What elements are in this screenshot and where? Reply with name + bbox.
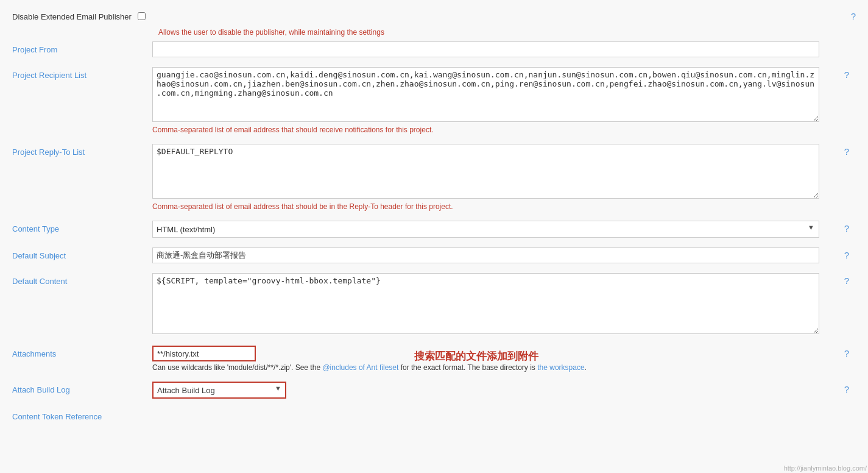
content-type-select-wrapper: HTML (text/html) Plain Text (text/plain)… (152, 221, 819, 238)
project-replyto-help-col: ? (838, 144, 856, 157)
attachments-input-col: 搜索匹配的文件添加到附件 Can use wildcards like 'mod… (152, 346, 838, 372)
project-from-input[interactable] (152, 41, 819, 57)
disable-extended-help-icon[interactable]: ? (851, 11, 856, 21)
attachments-overlay: 搜索匹配的文件添加到附件 (414, 349, 538, 363)
attach-build-log-help-col: ? (838, 382, 856, 394)
project-from-row: Project From (12, 37, 856, 62)
disable-extended-label: Disable Extended Email Publisher (12, 11, 132, 21)
attach-build-log-label: Attach Build Log (12, 382, 152, 394)
default-content-help-icon[interactable]: ? (844, 276, 849, 286)
attachments-hint-text3: . (585, 363, 587, 372)
content-type-help-icon[interactable]: ? (844, 223, 849, 233)
project-recipient-input-col: Comma-separated list of email address th… (152, 67, 838, 134)
project-recipient-help-col: ? (838, 67, 856, 80)
default-subject-input[interactable] (152, 247, 819, 263)
default-content-label: Default Content (12, 273, 152, 286)
attachments-label: Attachments (12, 346, 152, 358)
content-token-help-col (838, 408, 856, 411)
disable-extended-row: Disable Extended Email Publisher ? (12, 6, 856, 26)
attach-build-log-row: Attach Build Log Attach Build Log No Com… (12, 377, 856, 404)
project-replyto-input-col: Comma-separated list of email address th… (152, 144, 838, 211)
default-content-input-col: ${SCRIPT, template="groovy-html-bbox.tem… (152, 273, 838, 336)
content-type-label: Content Type (12, 221, 152, 233)
default-content-row: Default Content ${SCRIPT, template="groo… (12, 268, 856, 341)
project-recipient-textarea[interactable] (152, 67, 819, 122)
content-type-row: Content Type HTML (text/html) Plain Text… (12, 216, 856, 243)
attachments-row: Attachments 搜索匹配的文件添加到附件 Can use wildcar… (12, 341, 856, 377)
attachments-help-col: ? (838, 346, 856, 358)
content-token-row: Content Token Reference (12, 404, 856, 426)
attachments-hint-text2: for the exact format. The base directory… (398, 363, 537, 372)
default-content-textarea[interactable]: ${SCRIPT, template="groovy-html-bbox.tem… (152, 273, 819, 334)
project-recipient-label: Project Recipient List (12, 67, 152, 80)
default-subject-help-col: ? (838, 247, 856, 260)
content-type-select[interactable]: HTML (text/html) Plain Text (text/plain)… (152, 221, 819, 238)
default-subject-help-icon[interactable]: ? (844, 250, 849, 260)
project-from-label: Project From (12, 41, 152, 54)
attach-build-log-help-icon[interactable]: ? (844, 384, 849, 394)
project-replyto-row: Project Reply-To List Comma-separated li… (12, 139, 856, 216)
project-recipient-hint: Comma-separated list of email address th… (152, 126, 819, 134)
default-subject-row: Default Subject ? (12, 243, 856, 268)
default-subject-label: Default Subject (12, 247, 152, 260)
project-from-help-col (838, 41, 856, 44)
attachments-help-icon[interactable]: ? (844, 348, 849, 358)
disable-extended-checkbox[interactable] (138, 12, 146, 20)
content-token-label: Content Token Reference (12, 408, 152, 421)
disable-extended-hint: Allows the user to disable the publisher… (158, 28, 856, 37)
project-replyto-help-icon[interactable]: ? (844, 146, 849, 157)
project-recipient-help-icon[interactable]: ? (844, 69, 849, 80)
project-replyto-hint: Comma-separated list of email address th… (152, 202, 819, 211)
attachments-input[interactable] (152, 346, 256, 361)
project-replyto-textarea[interactable] (152, 144, 819, 199)
default-content-help-col: ? (838, 273, 856, 286)
attachments-hint-link2[interactable]: the workspace (537, 363, 584, 372)
project-from-input-col (152, 41, 838, 57)
default-subject-input-col (152, 247, 838, 263)
attachments-hint-text1: Can use wildcards like 'module/dist/**/*… (152, 363, 322, 372)
watermark: http://jianlymintao.blog.com/ (784, 464, 867, 472)
project-replyto-label: Project Reply-To List (12, 144, 152, 157)
attach-build-log-input-col: Attach Build Log No Compress Log (152, 382, 838, 399)
project-recipient-row: Project Recipient List Comma-separated l… (12, 62, 856, 139)
attach-build-log-select[interactable]: Attach Build Log No Compress Log (152, 382, 286, 399)
attachments-hint-link1[interactable]: @includes of Ant fileset (322, 363, 398, 372)
attachments-hint: Can use wildcards like 'module/dist/**/*… (152, 363, 819, 372)
content-type-input-col: HTML (text/html) Plain Text (text/plain)… (152, 221, 838, 238)
attach-build-log-select-wrapper: Attach Build Log No Compress Log (152, 382, 286, 399)
content-type-help-col: ? (838, 221, 856, 233)
